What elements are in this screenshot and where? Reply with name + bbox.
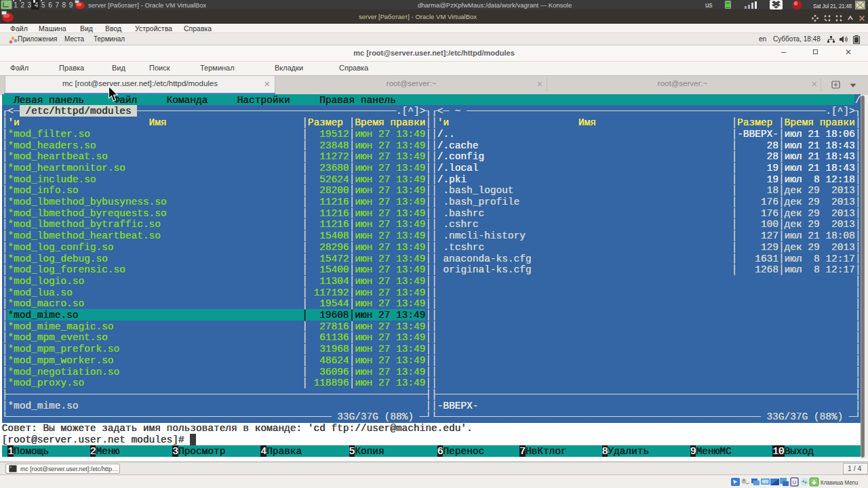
svg-text:U: U	[793, 479, 797, 485]
